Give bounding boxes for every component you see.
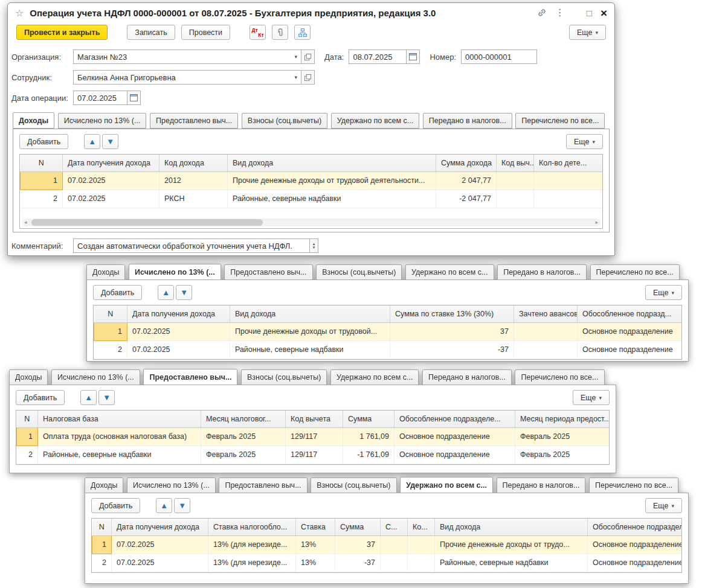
grid-more-button[interactable]: Еще▾: [566, 134, 603, 149]
cell[interactable]: 37: [335, 535, 381, 554]
cell[interactable]: Основное подразделение: [578, 340, 682, 359]
cell[interactable]: Февраль 2025: [515, 427, 610, 446]
cell[interactable]: [381, 554, 408, 572]
column-header[interactable]: Обособленное подразделе...: [394, 411, 515, 427]
cell[interactable]: 129/117: [286, 427, 343, 446]
tab-deductions-provided[interactable]: Предоставлено выч...: [224, 264, 312, 280]
chevron-down-icon[interactable]: ▾: [294, 54, 297, 60]
add-row-button[interactable]: Добавить: [16, 390, 65, 405]
cell[interactable]: -1 761,09: [343, 446, 394, 464]
cell[interactable]: Основное подразделение: [588, 554, 682, 572]
dtkt-postings-button[interactable]: ДтКт: [250, 25, 266, 40]
related-documents-button[interactable]: [294, 25, 311, 40]
tab-calculated-13[interactable]: Исчислено по 13% (...: [129, 264, 221, 280]
cell[interactable]: Прочие денежные доходы от трудо...: [435, 535, 588, 554]
cell[interactable]: Основное подразделение: [394, 427, 515, 446]
window-menu-icon[interactable]: ⋮: [555, 8, 565, 18]
post-button[interactable]: Провести: [181, 25, 230, 40]
move-down-button[interactable]: ▼: [102, 134, 118, 149]
column-header[interactable]: Дата получения дохода: [127, 305, 230, 322]
employee-field[interactable]: Белкина Анна Григорьевна ▾: [73, 70, 301, 85]
cell[interactable]: 1: [17, 427, 38, 446]
column-header[interactable]: Вид дохода: [435, 519, 588, 535]
column-header[interactable]: Вид дохода: [230, 305, 390, 322]
column-header[interactable]: Код вычета: [286, 411, 343, 427]
cell[interactable]: 37: [390, 322, 514, 340]
cell[interactable]: Основное подразделение: [578, 322, 682, 340]
cell[interactable]: Районные, северные надбавки: [435, 554, 588, 572]
operation-date-calendar-button[interactable]: [127, 91, 141, 105]
column-header[interactable]: Обособленное подразд...: [578, 305, 682, 322]
column-header[interactable]: Код выч...: [497, 155, 534, 171]
cell[interactable]: 07.02.2025: [127, 340, 230, 359]
cell[interactable]: Оплата труда (основная налоговая база): [38, 427, 201, 446]
table-row[interactable]: 1 07.02.2025 13% (для нерезиде... 13% 37…: [92, 535, 682, 554]
window-more-button[interactable]: Еще▾: [569, 25, 606, 40]
post-and-close-button[interactable]: Провести и закрыть: [16, 25, 108, 40]
add-row-button[interactable]: Добавить: [19, 134, 68, 149]
move-up-button[interactable]: ▲: [156, 498, 172, 513]
tab-passed-to-tax[interactable]: Передано в налогов...: [422, 369, 512, 385]
tab-withheld[interactable]: Удержано по всем с...: [405, 264, 494, 280]
scroll-left-icon[interactable]: ◂: [24, 219, 27, 225]
cell[interactable]: 07.02.2025: [112, 535, 208, 554]
spin-down-icon[interactable]: ▾: [313, 246, 315, 249]
table-row[interactable]: 2 07.02.2025 Районные, северные надбавки…: [94, 340, 682, 359]
cell[interactable]: Февраль 2025: [515, 446, 610, 464]
cell[interactable]: [497, 171, 534, 190]
cell[interactable]: 1: [94, 322, 127, 340]
cell[interactable]: 1: [92, 535, 112, 554]
grid-more-button[interactable]: Еще▾: [645, 285, 682, 300]
cell[interactable]: -37: [335, 554, 381, 572]
operation-date-field[interactable]: 07.02.2025: [73, 91, 127, 105]
cell[interactable]: 2012: [159, 171, 228, 190]
table-row[interactable]: 2 Районные, северные надбавки Февраль 20…: [17, 446, 610, 464]
cell[interactable]: 2: [21, 190, 63, 208]
tab-deductions-provided[interactable]: Предоставлено выч...: [219, 478, 307, 493]
move-up-button[interactable]: ▲: [84, 134, 100, 149]
chevron-down-icon[interactable]: ▾: [294, 74, 297, 80]
move-down-button[interactable]: ▼: [176, 285, 192, 300]
favorite-star-icon[interactable]: ☆: [15, 7, 24, 19]
tab-withheld[interactable]: Удержано по всем с...: [400, 477, 493, 493]
cell[interactable]: 2: [17, 446, 38, 464]
table-row[interactable]: 1 Оплата труда (основная налоговая база)…: [17, 427, 610, 446]
tab-remitted[interactable]: Перечислено по все...: [590, 264, 680, 280]
column-header[interactable]: Сумма: [335, 519, 381, 535]
tab-deductions-provided[interactable]: Предоставлено выч...: [143, 369, 237, 385]
move-down-button[interactable]: ▼: [98, 390, 115, 405]
cell[interactable]: [514, 340, 578, 359]
cell[interactable]: Февраль 2025: [201, 427, 286, 446]
tab-remitted[interactable]: Перечислено по все...: [515, 113, 605, 129]
tab-incomes[interactable]: Доходы: [9, 369, 48, 385]
get-link-icon[interactable]: [537, 8, 547, 18]
cell[interactable]: -37: [390, 340, 514, 359]
column-header[interactable]: Ставка: [296, 519, 335, 535]
maximize-icon[interactable]: □: [587, 8, 592, 18]
organization-field[interactable]: Магазин №23 ▾: [73, 50, 301, 64]
tab-contributions[interactable]: Взносы (соц.вычеты): [311, 478, 396, 493]
table-row[interactable]: 2 07.02.2025 13% (для нерезиде... 13% -3…: [92, 554, 682, 572]
tab-passed-to-tax[interactable]: Передано в налогов...: [497, 264, 587, 280]
tab-withheld[interactable]: Удержано по всем с...: [331, 113, 419, 129]
column-header[interactable]: Обособленное подраздел...: [588, 519, 682, 535]
cell[interactable]: Основное подразделение: [588, 535, 682, 554]
tab-incomes[interactable]: Доходы: [85, 478, 123, 493]
move-down-button[interactable]: ▼: [174, 498, 190, 513]
tab-remitted[interactable]: Перечислено по все...: [589, 478, 678, 493]
column-header[interactable]: Зачтено авансов: [514, 305, 578, 322]
column-header[interactable]: Ставка налогообло...: [208, 519, 296, 535]
close-icon[interactable]: ×: [601, 7, 607, 19]
grid-more-button[interactable]: Еще▾: [573, 390, 610, 405]
date-calendar-button[interactable]: [406, 50, 420, 64]
column-header[interactable]: Вид дохода: [228, 155, 436, 171]
cell[interactable]: 07.02.2025: [63, 190, 159, 208]
column-header[interactable]: Кол-во дете...: [534, 155, 603, 171]
cell[interactable]: [534, 190, 603, 208]
column-header[interactable]: N: [94, 305, 127, 322]
column-header[interactable]: Сумма дохода: [436, 155, 497, 171]
cell[interactable]: [497, 190, 534, 208]
add-row-button[interactable]: Добавить: [93, 285, 142, 300]
column-header[interactable]: Дата получения дохода: [63, 155, 159, 171]
cell[interactable]: Районные, северные надбавки: [228, 190, 436, 208]
